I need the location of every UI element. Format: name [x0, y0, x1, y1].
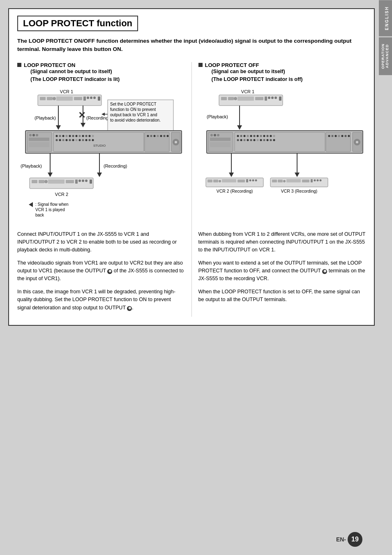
svg-point-85 — [85, 180, 88, 182]
svg-rect-11 — [98, 97, 100, 101]
svg-point-135 — [263, 139, 265, 141]
svg-text:back: back — [35, 213, 44, 217]
svg-point-37 — [66, 135, 68, 137]
svg-text:✕: ✕ — [78, 110, 85, 120]
svg-point-122 — [260, 135, 262, 137]
page-number: 19 — [348, 532, 362, 547]
right-diagram-svg: VCR 1 — [198, 88, 371, 227]
svg-point-116 — [240, 135, 242, 137]
svg-text:Set the LOOP PROTECT: Set the LOOP PROTECT — [110, 102, 157, 106]
svg-point-45 — [92, 135, 94, 137]
svg-point-40 — [76, 135, 78, 137]
svg-point-49 — [66, 139, 68, 141]
svg-point-41 — [79, 135, 81, 137]
svg-point-130 — [247, 139, 249, 141]
svg-point-118 — [247, 135, 249, 137]
svg-point-39 — [72, 135, 74, 137]
left-sub1: (Signal cannot be output to itself) — [30, 68, 120, 76]
svg-point-56 — [89, 139, 91, 141]
tab-english[interactable]: ENGLISH — [379, 0, 392, 36]
svg-point-9 — [90, 97, 92, 99]
svg-rect-103 — [279, 97, 281, 101]
output-circle-right-1: ❶ — [322, 269, 327, 274]
svg-point-126 — [273, 135, 275, 137]
svg-point-100 — [268, 97, 270, 99]
svg-rect-167 — [278, 180, 283, 182]
svg-point-173 — [316, 179, 318, 181]
svg-point-172 — [314, 179, 316, 181]
svg-text:VCR 1: VCR 1 — [60, 89, 73, 94]
svg-point-52 — [76, 139, 78, 141]
svg-rect-6 — [74, 97, 82, 100]
right-body-text-1: When dubbing from VCR 1 to 2 different V… — [198, 230, 366, 254]
svg-rect-81 — [66, 180, 74, 183]
svg-point-55 — [85, 139, 88, 141]
svg-rect-32 — [29, 142, 49, 147]
svg-point-35 — [59, 135, 61, 137]
svg-rect-95 — [228, 97, 234, 100]
svg-point-28 — [29, 134, 32, 136]
right-diagram: VCR 1 — [198, 88, 366, 227]
left-sub2: (The LOOP PROTECT indicator is lit) — [30, 76, 120, 83]
svg-text:(Playback): (Playback) — [207, 114, 228, 119]
svg-point-115 — [237, 135, 239, 137]
svg-point-68 — [175, 141, 177, 143]
svg-marker-88 — [29, 202, 33, 207]
right-section-header: LOOP PROTECT OFF (Signal can be output t… — [198, 62, 366, 84]
svg-rect-77 — [32, 180, 37, 183]
svg-point-10 — [93, 97, 96, 99]
svg-rect-94 — [221, 97, 227, 100]
en-prefix: EN- — [336, 536, 346, 543]
right-body-text-2: When you want to extend a set of the OUT… — [198, 259, 366, 283]
svg-point-102 — [274, 97, 277, 99]
svg-point-132 — [253, 139, 255, 141]
svg-point-127 — [237, 139, 239, 141]
right-body-texts: When dubbing from VCR 1 to 2 different V… — [198, 230, 366, 304]
svg-rect-97 — [238, 97, 254, 101]
svg-point-149 — [356, 141, 358, 143]
svg-text:VCR 3 (Recording): VCR 3 (Recording) — [281, 189, 317, 193]
svg-point-54 — [82, 139, 84, 141]
svg-point-145 — [344, 135, 346, 137]
two-column-layout: LOOP PROTECT ON (Signal cannot be output… — [17, 62, 366, 317]
svg-rect-158 — [222, 179, 236, 182]
svg-rect-31 — [29, 138, 49, 141]
page-number-area: EN- 19 — [336, 532, 362, 547]
tab-advanced[interactable]: ADVANCED OPERATION — [379, 37, 392, 75]
header-square-icon — [17, 63, 21, 67]
svg-point-50 — [69, 139, 71, 141]
svg-point-161 — [249, 179, 251, 181]
svg-point-8 — [87, 97, 89, 99]
svg-text:VCR 2: VCR 2 — [55, 192, 68, 197]
svg-rect-169 — [286, 179, 301, 182]
svg-point-63 — [160, 135, 162, 137]
left-diagram-svg: VCR 1 — [17, 88, 190, 227]
svg-marker-151 — [229, 173, 234, 177]
page-container: LOOP PROTECT function The LOOP PROTECT O… — [0, 0, 392, 555]
svg-text:: Signal flow when: : Signal flow when — [35, 202, 69, 207]
right-column: LOOP PROTECT OFF (Signal can be output t… — [192, 62, 366, 317]
svg-point-51 — [72, 139, 74, 141]
svg-point-144 — [341, 135, 343, 137]
svg-rect-2 — [40, 97, 46, 100]
svg-point-162 — [252, 179, 254, 181]
left-section-header: LOOP PROTECT ON (Signal cannot be output… — [17, 62, 185, 84]
svg-point-142 — [334, 135, 337, 137]
content-box: LOOP PROTECT function The LOOP PROTECT O… — [8, 8, 375, 326]
svg-rect-86 — [90, 180, 92, 184]
svg-point-119 — [250, 135, 252, 137]
svg-text:to avoid video deterioration.: to avoid video deterioration. — [110, 118, 161, 122]
svg-marker-71 — [48, 173, 53, 177]
svg-point-46 — [56, 139, 58, 141]
svg-text:(Recording): (Recording) — [104, 164, 127, 168]
svg-marker-105 — [237, 125, 242, 130]
left-heading: LOOP PROTECT ON — [24, 62, 120, 68]
svg-text:VCR 1: VCR 1 — [241, 89, 254, 94]
right-body-text-3: When the LOOP PROTECT function is set to… — [198, 288, 366, 304]
svg-point-101 — [271, 97, 274, 99]
svg-point-84 — [82, 180, 84, 182]
svg-point-53 — [79, 139, 81, 141]
svg-point-47 — [59, 139, 61, 141]
svg-point-79 — [44, 180, 48, 183]
svg-point-138 — [273, 139, 275, 141]
